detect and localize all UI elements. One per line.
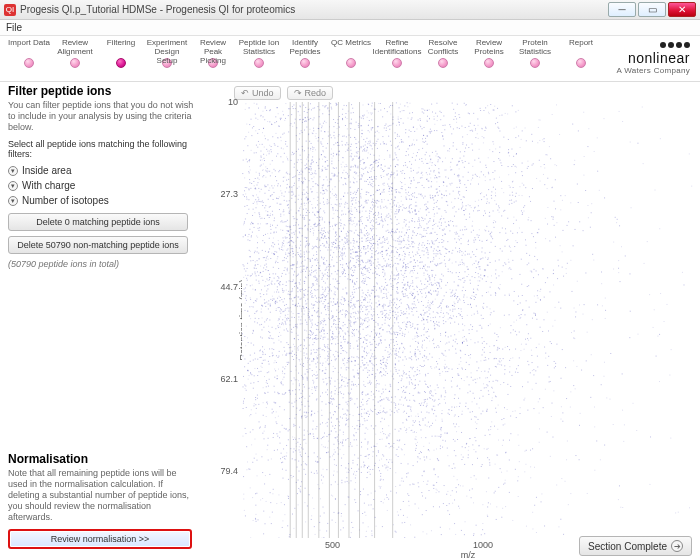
left-panel: Filter peptide ions You can filter pepti… [0,82,202,560]
menu-file[interactable]: File [6,22,22,33]
undo-label: Undo [252,88,274,98]
brand-name: nonlinear [617,50,690,66]
section-complete-button[interactable]: Section Complete ➔ [579,536,692,556]
workflow-step-experiment-design-setup[interactable]: Experiment Design Setup [144,38,190,68]
workflow-step-refine-identifications[interactable]: Refine Identifications [374,38,420,68]
chevron-down-icon: ▾ [8,181,18,191]
redo-icon: ↷ [294,88,302,98]
step-dot-icon [576,58,586,68]
scatter-plot: Retention time (min) 1027.344.762.179.4 [202,102,694,538]
redo-label: Redo [305,88,327,98]
step-dot-icon [24,58,34,68]
workflow-step-filtering[interactable]: Filtering [98,38,144,68]
workflow-step-identify-peptides[interactable]: Identify Peptides [282,38,328,68]
step-dot-icon [438,58,448,68]
window-maximize-button[interactable]: ▭ [638,2,666,17]
chevron-down-icon: ▾ [8,166,18,176]
step-label: Review Peak Picking [190,38,236,56]
step-dot-icon [530,58,540,68]
workflow-steps: Import DataReview AlignmentFilteringExpe… [0,36,700,82]
step-label: Import Data [6,38,52,56]
workflow-step-protein-statistics[interactable]: Protein Statistics [512,38,558,68]
menubar: File [0,20,700,36]
expander-label: Number of isotopes [22,195,109,206]
window-title: Progesis QI.p_Tutorial HDMSe - Progenesi… [20,4,295,15]
y-tick: 44.7 [220,282,238,292]
step-label: Experiment Design Setup [144,38,190,56]
brand-dots-icon [617,38,690,50]
workflow-step-report[interactable]: Report [558,38,604,68]
brand-block: nonlinear A Waters Company [617,38,690,75]
filter-help: You can filter peptide ions that you do … [8,100,194,133]
step-label: Report [558,38,604,56]
step-label: Filtering [98,38,144,56]
workflow-step-review-peak-picking[interactable]: Review Peak Picking [190,38,236,68]
workflow-step-peptide-ion-statistics[interactable]: Peptide Ion Statistics [236,38,282,68]
review-normalisation-button[interactable]: Review normalisation >> [8,529,192,549]
expander-label: Inside area [22,165,71,176]
step-dot-icon [300,58,310,68]
window-titlebar: QI Progesis QI.p_Tutorial HDMSe - Progen… [0,0,700,20]
step-dot-icon [116,58,126,68]
total-note: (50790 peptide ions in total) [8,259,194,269]
y-tick: 62.1 [220,374,238,384]
step-dot-icon [70,58,80,68]
y-tick: 79.4 [220,466,238,476]
step-label: Review Proteins [466,38,512,56]
step-dot-icon [346,58,356,68]
window-close-button[interactable]: ✕ [668,2,696,17]
normalisation-title: Normalisation [8,452,194,466]
app-icon: QI [4,4,16,16]
redo-button[interactable]: ↷ Redo [287,86,334,100]
delete-nonmatching-button[interactable]: Delete 50790 non-matching peptide ions [8,236,188,254]
expander-label: With charge [22,180,75,191]
step-label: Peptide Ion Statistics [236,38,282,56]
step-label: Protein Statistics [512,38,558,56]
x-tick: 1000 [473,540,493,550]
workflow-step-resolve-conflicts[interactable]: Resolve Conflicts [420,38,466,68]
workflow-step-qc-metrics[interactable]: QC Metrics [328,38,374,68]
x-tick: 500 [325,540,340,550]
step-dot-icon [484,58,494,68]
step-dot-icon [392,58,402,68]
chevron-down-icon: ▾ [8,196,18,206]
undo-button[interactable]: ↶ Undo [234,86,281,100]
undo-icon: ↶ [241,88,249,98]
filter-title: Filter peptide ions [8,84,194,98]
y-axis-ticks: 1027.344.762.179.4 [214,102,240,538]
chart-panel: ↶ Undo ↷ Redo Retention time (min) 1027.… [202,82,700,560]
window-minimize-button[interactable]: ─ [608,2,636,17]
arrow-right-icon: ➔ [671,540,683,552]
delete-matching-button[interactable]: Delete 0 matching peptide ions [8,213,188,231]
y-tick: 10 [228,97,238,107]
step-label: Review Alignment [52,38,98,56]
normalisation-help: Note that all remaining peptide ions wil… [8,468,194,523]
step-label: Resolve Conflicts [420,38,466,56]
chart-toolbar: ↶ Undo ↷ Redo [202,82,700,102]
step-label: Identify Peptides [282,38,328,56]
y-tick: 27.3 [220,189,238,199]
step-label: QC Metrics [328,38,374,56]
step-label: Refine Identifications [374,38,420,56]
expander-number-of-isotopes[interactable]: ▾Number of isotopes [8,193,194,208]
step-dot-icon [254,58,264,68]
workflow-step-review-proteins[interactable]: Review Proteins [466,38,512,68]
workflow-step-import-data[interactable]: Import Data [6,38,52,68]
filters-lead: Select all peptide ions matching the fol… [8,139,194,159]
expander-with-charge[interactable]: ▾With charge [8,178,194,193]
workflow-step-review-alignment[interactable]: Review Alignment [52,38,98,68]
brand-sub: A Waters Company [617,66,690,75]
section-complete-label: Section Complete [588,541,667,552]
expander-inside-area[interactable]: ▾Inside area [8,163,194,178]
